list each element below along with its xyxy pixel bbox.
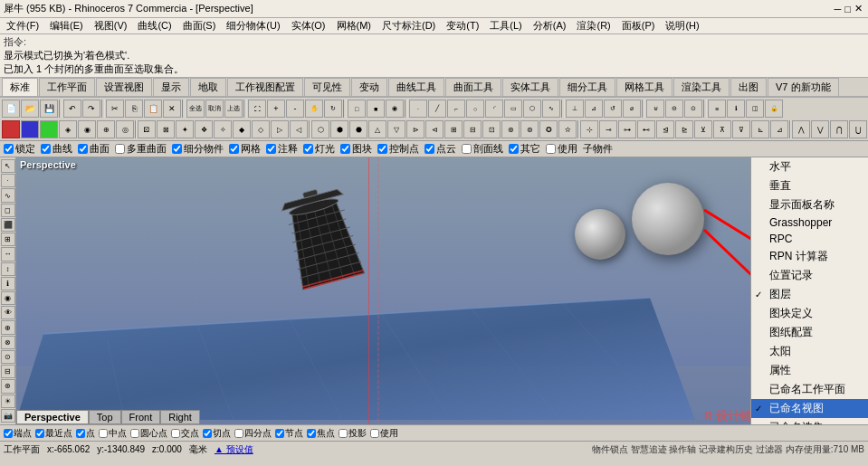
tb2-33[interactable]: ⊶ bbox=[618, 120, 636, 138]
filter-other[interactable]: 其它 bbox=[509, 142, 540, 156]
tab-transform[interactable]: 变动 bbox=[351, 78, 387, 96]
tb2-8[interactable]: ⛝ bbox=[138, 120, 156, 138]
osnap-mid[interactable]: 中点 bbox=[99, 427, 127, 440]
tb-polygon[interactable]: ⬡ bbox=[523, 100, 541, 118]
tb2-18[interactable]: ⬢ bbox=[330, 120, 348, 138]
ctx-menu-item-2[interactable]: 显示面板名称 bbox=[751, 195, 868, 214]
tb-render[interactable]: ◉ bbox=[386, 100, 404, 118]
vp-tab-right[interactable]: Right bbox=[160, 410, 200, 424]
tb-sweep[interactable]: ⌀ bbox=[623, 100, 641, 118]
filter-hatch[interactable]: 剖面线 bbox=[462, 142, 503, 156]
lt-history[interactable]: ⊙ bbox=[1, 350, 15, 364]
menu-panel[interactable]: 面板(P) bbox=[617, 18, 660, 33]
vp-tab-top[interactable]: Top bbox=[89, 410, 121, 424]
tb-shade[interactable]: ■ bbox=[367, 100, 385, 118]
menu-edit[interactable]: 编辑(E) bbox=[45, 18, 88, 33]
tb-save[interactable]: 💾 bbox=[40, 100, 58, 118]
tb2-37[interactable]: ⊻ bbox=[694, 120, 712, 138]
tb2-31[interactable]: ⊹ bbox=[580, 120, 598, 138]
tb2-44[interactable]: ⋂ bbox=[830, 120, 848, 138]
lt-render[interactable]: ◉ bbox=[1, 291, 15, 305]
tb-zoom-ext[interactable]: ⛶ bbox=[248, 100, 266, 118]
osnap-tan[interactable]: 切点 bbox=[203, 427, 231, 440]
menu-analyze[interactable]: 分析(A) bbox=[529, 18, 571, 33]
tb-cut[interactable]: ✂ bbox=[106, 100, 124, 118]
tb-point[interactable]: · bbox=[409, 100, 427, 118]
tab-surftools[interactable]: 曲面工具 bbox=[445, 78, 501, 96]
filter-annotation[interactable]: 注释 bbox=[266, 142, 298, 156]
menu-tools[interactable]: 工具(L) bbox=[485, 18, 526, 33]
menu-help[interactable]: 说明(H) bbox=[661, 18, 703, 33]
lt-point[interactable]: · bbox=[1, 174, 15, 187]
tb2-27[interactable]: ⊛ bbox=[501, 120, 520, 138]
ctx-menu-item-11[interactable]: 属性 bbox=[751, 361, 868, 380]
tab-standard[interactable]: 标准 bbox=[2, 78, 38, 96]
filter-lock[interactable]: 锁定 bbox=[4, 142, 35, 156]
tb-freeform[interactable]: ∿ bbox=[542, 100, 560, 118]
ctx-menu-item-7[interactable]: ✓图层 bbox=[751, 285, 868, 304]
tb-boolean-union[interactable]: ⊎ bbox=[646, 100, 664, 118]
tb-group[interactable]: ◫ bbox=[746, 100, 764, 118]
lt-mesh[interactable]: ⊞ bbox=[1, 233, 15, 246]
tb-zoom-out[interactable]: - bbox=[286, 100, 304, 118]
tb-open[interactable]: 📂 bbox=[21, 100, 39, 118]
tab-geo[interactable]: 地取 bbox=[190, 78, 226, 96]
tab-rendertools[interactable]: 渲染工具 bbox=[673, 78, 730, 96]
tb2-12[interactable]: ✧ bbox=[214, 120, 232, 138]
osnap-quad[interactable]: 四分点 bbox=[234, 427, 272, 440]
tb2-35[interactable]: ⊴ bbox=[656, 120, 674, 138]
filter-light[interactable]: 灯光 bbox=[303, 142, 335, 156]
vp-tab-front[interactable]: Front bbox=[121, 410, 161, 424]
filter-block[interactable]: 图块 bbox=[340, 142, 372, 156]
lt-light[interactable]: ☀ bbox=[1, 395, 15, 408]
tb2-41[interactable]: ⊿ bbox=[770, 120, 788, 138]
tb-sel-all[interactable]: 全选 bbox=[186, 100, 205, 118]
tb2-22[interactable]: ⊳ bbox=[406, 120, 424, 138]
tb-boolean-diff[interactable]: ⊖ bbox=[665, 100, 683, 118]
tb-sel-prev[interactable]: 上选 bbox=[224, 100, 243, 118]
tab-meshtools[interactable]: 网格工具 bbox=[616, 78, 672, 96]
tb-loft[interactable]: ⊿ bbox=[585, 100, 603, 118]
ctx-menu-item-8[interactable]: 图块定义 bbox=[751, 304, 868, 323]
tb2-30[interactable]: ✫ bbox=[558, 120, 577, 138]
tab-subdivtools[interactable]: 细分工具 bbox=[559, 78, 615, 96]
menu-dim[interactable]: 尺寸标注(D) bbox=[377, 18, 440, 33]
lt-filter[interactable]: ⊛ bbox=[1, 379, 15, 393]
tb-circle[interactable]: ○ bbox=[466, 100, 484, 118]
osnap-disabled[interactable]: 使用 bbox=[370, 427, 398, 440]
tb-paste[interactable]: 📋 bbox=[144, 100, 162, 118]
filter-curve[interactable]: 曲线 bbox=[41, 142, 72, 156]
osnap-nearest[interactable]: 最近点 bbox=[35, 427, 72, 440]
osnap-focus[interactable]: 焦点 bbox=[307, 427, 335, 440]
filter-surface[interactable]: 曲面 bbox=[78, 142, 110, 156]
tb-zoom-in[interactable]: + bbox=[267, 100, 285, 118]
tb2-11[interactable]: ❖ bbox=[195, 120, 213, 138]
ctx-menu-item-12[interactable]: 已命名工作平面 bbox=[751, 380, 868, 399]
tb2-43[interactable]: ⋁ bbox=[811, 120, 829, 138]
filter-mesh[interactable]: 网格 bbox=[229, 142, 261, 156]
tb-extrude[interactable]: ⊥ bbox=[566, 100, 584, 118]
tb2-39[interactable]: ⊽ bbox=[732, 120, 750, 138]
tab-solidtools[interactable]: 实体工具 bbox=[502, 78, 558, 96]
tb2-34[interactable]: ⊷ bbox=[637, 120, 655, 138]
osnap-endpoint[interactable]: 端点 bbox=[4, 427, 32, 440]
menu-render[interactable]: 渲染(R) bbox=[572, 18, 615, 33]
lt-surface[interactable]: ◻ bbox=[1, 204, 15, 217]
osnap-center[interactable]: 圆心点 bbox=[130, 427, 167, 440]
min-button[interactable]: ─ bbox=[835, 4, 842, 14]
tb2-14[interactable]: ◇ bbox=[252, 120, 270, 138]
tb-redo[interactable]: ↷ bbox=[82, 100, 100, 118]
lt-dim[interactable]: ↔ bbox=[1, 247, 15, 261]
menu-view[interactable]: 视图(V) bbox=[90, 18, 132, 33]
tb2-24[interactable]: ⊞ bbox=[444, 120, 463, 138]
menu-file[interactable]: 文件(F) bbox=[2, 18, 43, 33]
tb2-29[interactable]: ✪ bbox=[539, 120, 558, 138]
tb-delete[interactable]: ✕ bbox=[163, 100, 181, 118]
tb-line[interactable]: ╱ bbox=[428, 100, 446, 118]
tb-arc[interactable]: ◜ bbox=[485, 100, 503, 118]
tb-undo[interactable]: ↶ bbox=[63, 100, 81, 118]
tab-display[interactable]: 显示 bbox=[153, 78, 189, 96]
tb-polyline[interactable]: ⌐ bbox=[447, 100, 465, 118]
ctx-menu-item-6[interactable]: 位置记录 bbox=[751, 266, 868, 285]
osnap-proj[interactable]: 投影 bbox=[339, 427, 367, 440]
